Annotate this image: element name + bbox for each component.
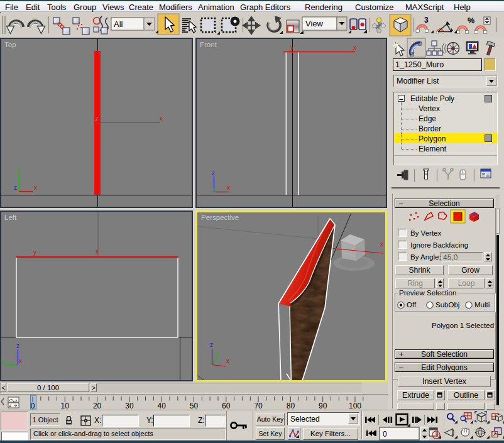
svg-text:10: 10: [61, 402, 70, 410]
svg-text:30: 30: [125, 402, 134, 410]
svg-text:View: View: [305, 19, 324, 28]
svg-text:z: z: [96, 116, 99, 123]
svg-text:90: 90: [319, 402, 327, 410]
svg-text:0: 0: [383, 430, 387, 439]
svg-text:y: y: [17, 167, 20, 173]
svg-text:60: 60: [222, 402, 231, 410]
svg-text:x: x: [227, 184, 230, 191]
svg-text:y: y: [212, 185, 216, 192]
svg-text:x: x: [96, 248, 99, 255]
svg-text:x: x: [160, 115, 163, 122]
svg-text:y: y: [33, 249, 36, 256]
svg-text:z: z: [14, 184, 17, 191]
svg-text:y: y: [290, 44, 293, 51]
svg-text:y: y: [216, 349, 219, 356]
svg-text:z: z: [16, 342, 19, 349]
svg-text:Top: Top: [4, 41, 16, 48]
svg-text:x: x: [380, 241, 383, 248]
svg-text:All: All: [114, 19, 123, 29]
svg-text:20: 20: [93, 402, 102, 410]
svg-text:3: 3: [424, 16, 429, 25]
svg-text:y: y: [1, 358, 4, 364]
svg-text:Perspective: Perspective: [201, 214, 239, 221]
svg-text:40: 40: [158, 402, 167, 410]
svg-text:100: 100: [349, 402, 361, 410]
svg-text:80: 80: [287, 402, 295, 410]
svg-text:0: 0: [31, 402, 35, 410]
svg-text:x: x: [19, 358, 22, 364]
svg-text:x: x: [34, 184, 37, 191]
svg-text:x: x: [353, 44, 356, 51]
svg-text:50: 50: [190, 402, 199, 410]
svg-text:x: x: [226, 358, 229, 364]
svg-text:z: z: [210, 341, 213, 348]
svg-text:%: %: [468, 16, 474, 25]
svg-text:70: 70: [254, 402, 263, 410]
svg-text:Front: Front: [200, 41, 217, 48]
svg-text:Left: Left: [4, 214, 17, 221]
svg-text:z: z: [212, 170, 215, 177]
